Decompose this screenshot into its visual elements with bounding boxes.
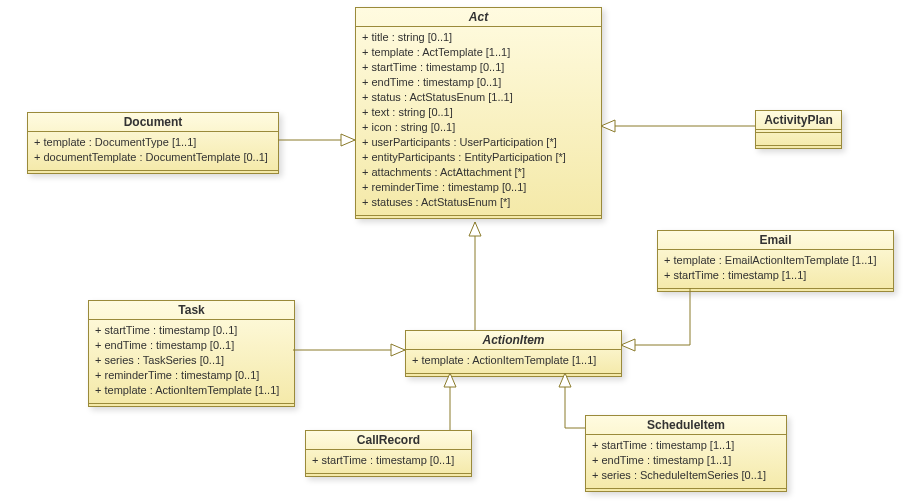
class-title-scheduleitem: ScheduleItem bbox=[586, 416, 786, 435]
attr: + series : ScheduleItemSeries [0..1] bbox=[592, 468, 780, 483]
attr: + endTime : timestamp [0..1] bbox=[362, 75, 595, 90]
class-attrs-actionitem: + template : ActionItemTemplate [1..1] bbox=[406, 350, 621, 371]
attr: + template : ActionItemTemplate [1..1] bbox=[412, 353, 615, 368]
class-attrs-document: + template : DocumentType [1..1] + docum… bbox=[28, 132, 278, 168]
class-attrs-callrecord: + startTime : timestamp [0..1] bbox=[306, 450, 471, 471]
attr: + title : string [0..1] bbox=[362, 30, 595, 45]
class-act: Act + title : string [0..1] + template :… bbox=[355, 7, 602, 219]
attr: + icon : string [0..1] bbox=[362, 120, 595, 135]
class-task: Task + startTime : timestamp [0..1] + en… bbox=[88, 300, 295, 407]
attr: + entityParticipants : EntityParticipati… bbox=[362, 150, 595, 165]
attr: + template : EmailActionItemTemplate [1.… bbox=[664, 253, 887, 268]
attr: + startTime : timestamp [1..1] bbox=[592, 438, 780, 453]
class-actionitem: ActionItem + template : ActionItemTempla… bbox=[405, 330, 622, 377]
attr: + text : string [0..1] bbox=[362, 105, 595, 120]
attr: + startTime : timestamp [0..1] bbox=[362, 60, 595, 75]
attr: + reminderTime : timestamp [0..1] bbox=[362, 180, 595, 195]
attr: + endTime : timestamp [1..1] bbox=[592, 453, 780, 468]
attr: + reminderTime : timestamp [0..1] bbox=[95, 368, 288, 383]
class-title-email: Email bbox=[658, 231, 893, 250]
attr: + endTime : timestamp [0..1] bbox=[95, 338, 288, 353]
attr: + documentTemplate : DocumentTemplate [0… bbox=[34, 150, 272, 165]
class-attrs-email: + template : EmailActionItemTemplate [1.… bbox=[658, 250, 893, 286]
attr: + template : DocumentType [1..1] bbox=[34, 135, 272, 150]
attr: + startTime : timestamp [0..1] bbox=[95, 323, 288, 338]
attr: + statuses : ActStatusEnum [*] bbox=[362, 195, 595, 210]
class-scheduleitem: ScheduleItem + startTime : timestamp [1.… bbox=[585, 415, 787, 492]
class-email: Email + template : EmailActionItemTempla… bbox=[657, 230, 894, 292]
class-title-activityplan: ActivityPlan bbox=[756, 111, 841, 130]
attr: + startTime : timestamp [0..1] bbox=[312, 453, 465, 468]
class-attrs-task: + startTime : timestamp [0..1] + endTime… bbox=[89, 320, 294, 401]
attr: + status : ActStatusEnum [1..1] bbox=[362, 90, 595, 105]
class-attrs-scheduleitem: + startTime : timestamp [1..1] + endTime… bbox=[586, 435, 786, 486]
attr: + template : ActionItemTemplate [1..1] bbox=[95, 383, 288, 398]
attr: + attachments : ActAttachment [*] bbox=[362, 165, 595, 180]
attr: + series : TaskSeries [0..1] bbox=[95, 353, 288, 368]
class-callrecord: CallRecord + startTime : timestamp [0..1… bbox=[305, 430, 472, 477]
class-title-document: Document bbox=[28, 113, 278, 132]
class-activityplan: ActivityPlan bbox=[755, 110, 842, 149]
class-attrs-act: + title : string [0..1] + template : Act… bbox=[356, 27, 601, 213]
class-title-actionitem: ActionItem bbox=[406, 331, 621, 350]
attr: + template : ActTemplate [1..1] bbox=[362, 45, 595, 60]
class-document: Document + template : DocumentType [1..1… bbox=[27, 112, 279, 174]
class-title-callrecord: CallRecord bbox=[306, 431, 471, 450]
attr: + startTime : timestamp [1..1] bbox=[664, 268, 887, 283]
class-title-act: Act bbox=[356, 8, 601, 27]
class-title-task: Task bbox=[89, 301, 294, 320]
attr: + userParticipants : UserParticipation [… bbox=[362, 135, 595, 150]
